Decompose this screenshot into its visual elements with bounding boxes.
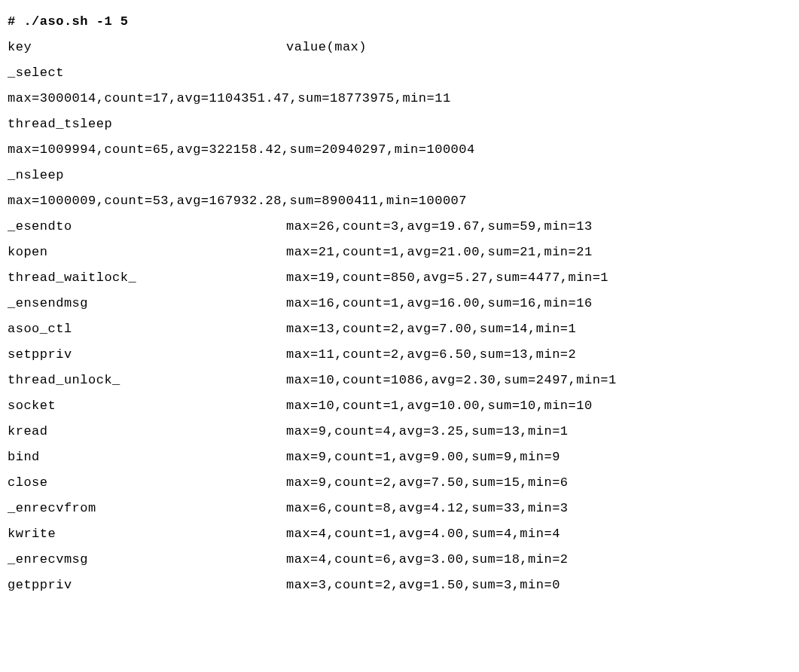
entry-key: bind [8, 444, 286, 470]
entry-row: _esendtomax=26,count=3,avg=19.67,sum=59,… [8, 214, 791, 240]
entry-key: _ensendmsg [8, 291, 286, 316]
entry-value: max=10,count=1086,avg=2.30,sum=2497,min=… [286, 368, 791, 393]
entry-value: max=1009994,count=65,avg=322158.42,sum=2… [8, 137, 791, 163]
entry-row: bindmax=9,count=1,avg=9.00,sum=9,min=9 [8, 444, 791, 470]
entry-value: max=11,count=2,avg=6.50,sum=13,min=2 [286, 342, 791, 368]
entry-key: close [8, 470, 286, 496]
entry-row: kopenmax=21,count=1,avg=21.00,sum=21,min… [8, 240, 791, 265]
entry-row: kwritemax=4,count=1,avg=4.00,sum=4,min=4 [8, 521, 791, 547]
entry-key: _select [8, 60, 791, 86]
entry-value: max=21,count=1,avg=21.00,sum=21,min=21 [286, 240, 791, 265]
entry-value: max=1000009,count=53,avg=167932.28,sum=8… [8, 188, 791, 214]
entry-value: max=13,count=2,avg=7.00,sum=14,min=1 [286, 316, 791, 342]
entry-row: getpprivmax=3,count=2,avg=1.50,sum=3,min… [8, 573, 791, 598]
entry-row: setpprivmax=11,count=2,avg=6.50,sum=13,m… [8, 342, 791, 368]
entry-value: max=26,count=3,avg=19.67,sum=59,min=13 [286, 214, 791, 240]
entry-row: _ensendmsgmax=16,count=1,avg=16.00,sum=1… [8, 291, 791, 316]
entry-key: socket [8, 393, 286, 419]
entry-row: _nsleepmax=1000009,count=53,avg=167932.2… [8, 163, 791, 214]
entry-row: kreadmax=9,count=4,avg=3.25,sum=13,min=1 [8, 419, 791, 444]
entry-key: kread [8, 419, 286, 444]
entry-value: max=6,count=8,avg=4.12,sum=33,min=3 [286, 496, 791, 521]
entry-value: max=9,count=2,avg=7.50,sum=15,min=6 [286, 470, 791, 496]
entry-row: closemax=9,count=2,avg=7.50,sum=15,min=6 [8, 470, 791, 496]
entry-value: max=9,count=1,avg=9.00,sum=9,min=9 [286, 444, 791, 470]
entry-row: socketmax=10,count=1,avg=10.00,sum=10,mi… [8, 393, 791, 419]
entry-key: _enrecvmsg [8, 547, 286, 573]
entry-value: max=3000014,count=17,avg=1104351.47,sum=… [8, 86, 791, 111]
entry-row: thread_waitlock_max=19,count=850,avg=5.2… [8, 265, 791, 291]
entry-key: _esendto [8, 214, 286, 240]
entry-key: kopen [8, 240, 286, 265]
entry-key: thread_tsleep [8, 111, 791, 137]
entry-key: kwrite [8, 521, 286, 547]
entry-value: max=4,count=1,avg=4.00,sum=4,min=4 [286, 521, 791, 547]
entry-key: _enrecvfrom [8, 496, 286, 521]
entry-key: _nsleep [8, 163, 791, 188]
command-line: # ./aso.sh -1 5 [8, 9, 791, 35]
entry-key: setppriv [8, 342, 286, 368]
entry-value: max=9,count=4,avg=3.25,sum=13,min=1 [286, 419, 791, 444]
entry-key: getppriv [8, 573, 286, 598]
multiline-entries: _selectmax=3000014,count=17,avg=1104351.… [8, 60, 791, 214]
entry-key: thread_waitlock_ [8, 265, 286, 291]
entry-row: _selectmax=3000014,count=17,avg=1104351.… [8, 60, 791, 111]
entry-key: thread_unlock_ [8, 368, 286, 393]
entry-row: thread_tsleepmax=1009994,count=65,avg=32… [8, 111, 791, 163]
entry-row: asoo_ctlmax=13,count=2,avg=7.00,sum=14,m… [8, 316, 791, 342]
inline-entries: _esendtomax=26,count=3,avg=19.67,sum=59,… [8, 214, 791, 598]
entry-row: _enrecvfrommax=6,count=8,avg=4.12,sum=33… [8, 496, 791, 521]
entry-row: _enrecvmsgmax=4,count=6,avg=3.00,sum=18,… [8, 547, 791, 573]
entry-key: asoo_ctl [8, 316, 286, 342]
header-value: value(max) [286, 35, 791, 60]
entry-value: max=3,count=2,avg=1.50,sum=3,min=0 [286, 573, 791, 598]
entry-value: max=19,count=850,avg=5.27,sum=4477,min=1 [286, 265, 791, 291]
entry-value: max=4,count=6,avg=3.00,sum=18,min=2 [286, 547, 791, 573]
header-row: key value(max) [8, 35, 791, 60]
entry-row: thread_unlock_max=10,count=1086,avg=2.30… [8, 368, 791, 393]
header-key: key [8, 35, 286, 60]
entry-value: max=16,count=1,avg=16.00,sum=16,min=16 [286, 291, 791, 316]
entry-value: max=10,count=1,avg=10.00,sum=10,min=10 [286, 393, 791, 419]
